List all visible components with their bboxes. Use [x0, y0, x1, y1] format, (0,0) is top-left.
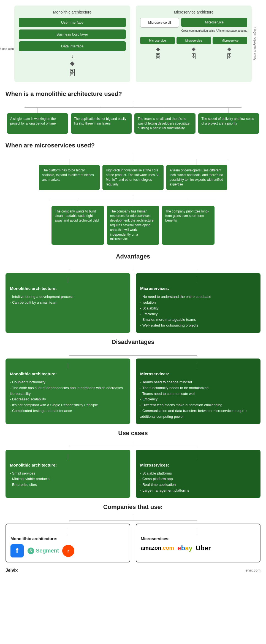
companies-micro-title: Microservices:: [141, 536, 256, 541]
adv-micro-title: Microservices:: [140, 285, 256, 292]
s2-node-5: The company has human resources for micr…: [107, 206, 159, 245]
eth2: ◆: [192, 46, 196, 52]
uc-micro-title: Microservices:: [140, 462, 256, 468]
companies-mono-box: Monolithic architecture: f S Segment r: [6, 524, 130, 562]
segment-logo: S Segment: [27, 547, 59, 555]
svg-text:S: S: [29, 549, 32, 553]
dis-mono-card: Monolithic architecture: - Coupled funct…: [6, 359, 130, 424]
db1: 🗄: [155, 53, 161, 60]
adv-mono-title: Monolithic architecture:: [10, 285, 126, 292]
dis-micro-item-3: - Teams need to communicate well: [140, 391, 256, 397]
section1-title: When is a monolithic architecture used?: [6, 90, 260, 98]
mono-layer-1: User interface: [19, 18, 126, 27]
micro-title: Microservice archicture: [140, 10, 247, 14]
right-side-label: Single deployment entity: [238, 42, 260, 45]
s2-node-4: The company wants to build clean, readab…: [51, 206, 104, 245]
micro-s2: Microservice: [177, 37, 211, 44]
s2-vl6: [188, 200, 188, 206]
s2-b1: The platform has to be highly scalable, …: [37, 159, 101, 190]
uc-micro-item-2: - Cross-platform app: [140, 476, 256, 482]
dis-mono-item-4: - It's not compliant with a Single Respo…: [10, 402, 126, 408]
adv-mono-item-2: - Can be built by a small team: [10, 300, 126, 306]
uc-mono-item-1: - Small services: [10, 471, 126, 476]
mono-title: Monolithic architecture: [19, 10, 126, 14]
eth1: ◆: [156, 46, 160, 52]
adv-r-vline: [198, 277, 198, 283]
adv-mono-item-1: - Intuitive during a development process: [10, 294, 126, 300]
co-r-vline: [198, 529, 198, 534]
micro-ui: Microservice UI: [140, 18, 179, 28]
adv-l-vline: [68, 277, 68, 283]
micro-top-row: Microservice UI Microservice Cross commu…: [140, 18, 247, 34]
s2-vl2: [133, 159, 133, 165]
mono-db-icon: 🗄: [19, 69, 126, 78]
companies-mono-title: Monolithic architecture:: [10, 536, 125, 541]
uc-mono-title: Monolithic architecture:: [10, 462, 126, 468]
dis-micro-item-1: - Teams need to change mindset: [140, 379, 256, 385]
section1: When is a monolithic architecture used? …: [6, 90, 260, 134]
s1-branch-4: The speed of delivery and low costs of a…: [197, 108, 261, 134]
dis-mono-item-1: - Coupled functionality: [10, 379, 126, 385]
use-cases-section: Use cases Monolithic architecture: - Sma…: [6, 430, 260, 498]
micro-eth-row: ◆ ◆ ◆: [140, 46, 247, 52]
dis-mono-title: Monolithic architecture:: [10, 371, 126, 377]
companies-section: Companies that use: Monolithic architect…: [6, 503, 260, 562]
adv-vline: [133, 265, 133, 270]
uc-vline: [133, 441, 133, 447]
companies-cards: Monolithic architecture: f S Segment r: [6, 524, 260, 562]
s1-node-1: A single team is working on the project …: [7, 113, 68, 134]
micro-db-row: 🗄 🗄 🗄: [140, 53, 247, 60]
micro-services-row: Microservice Microservice Microservice: [140, 37, 247, 44]
dis-micro-card: Microservices: - Teams need to change mi…: [136, 359, 260, 424]
s2-branches2: The company wants to build clean, readab…: [50, 200, 216, 245]
s1-vline-top: [133, 102, 133, 107]
architecture-diagram: Single deployment entity Monolithic arch…: [6, 6, 260, 82]
segment-icon: S: [27, 547, 35, 555]
use-cases-title: Use cases: [6, 430, 260, 437]
s1-node-4: The speed of delivery and low costs of a…: [198, 113, 259, 134]
companies-title: Companies that use:: [6, 503, 260, 511]
s2-b3: A team of developers uses different tech…: [165, 159, 229, 190]
section1-tree: A single team is working on the project …: [6, 102, 260, 134]
s2-vl1: [69, 159, 69, 165]
co-vline: [133, 515, 133, 521]
s2-vl4: [78, 200, 78, 206]
uber-logo: Uber: [196, 544, 211, 552]
db2: 🗄: [191, 53, 197, 60]
s2-b4: The company wants to build clean, readab…: [50, 200, 105, 245]
micro-s1: Microservice: [140, 37, 175, 44]
mono-layer-2: Business logic layer: [19, 29, 126, 39]
amazon-logo: amazon.com: [141, 545, 174, 551]
dis-r-vline: [198, 363, 198, 368]
s2-vl3: [197, 159, 197, 165]
eth3: ◆: [227, 46, 231, 52]
uc-micro-item-1: - Scalable platforms: [140, 471, 256, 476]
dis-micro-item-5: - Different tech stacks make automation …: [140, 402, 256, 408]
uc-micro-item-3: - Real-time application: [140, 482, 256, 488]
dis-l-vline: [68, 363, 68, 368]
s1-vl4: [229, 108, 229, 113]
s1-node-3: The team is small, and there's no way of…: [134, 113, 196, 134]
micro-logos: amazon.com ebay Uber: [141, 544, 256, 552]
mono-arrow: ↓: [19, 53, 126, 59]
s1-branch-1: A single team is working on the project …: [6, 108, 69, 134]
uc-mono-card: Monolithic architecture: - Small service…: [6, 450, 130, 498]
s2-node-3: A team of developers uses different tech…: [166, 165, 227, 190]
disadvantages-cards: Monolithic architecture: - Coupled funct…: [6, 359, 260, 424]
s2-b5: The company has human resources for micr…: [105, 200, 161, 245]
dis-micro-item-4: - Efficiency: [140, 397, 256, 402]
s1-vl1: [37, 108, 37, 113]
s1-node-2: The application is not big and easily fi…: [71, 113, 132, 134]
website: jelvix.com: [245, 568, 260, 572]
co-hline: [69, 521, 197, 521]
db3: 🗄: [226, 53, 232, 60]
adv-micro-item-1: - No need to understand the entire codeb…: [140, 294, 256, 300]
advantages-section: Advantages Monolithic architecture: - In…: [6, 253, 260, 333]
facebook-logo: f: [10, 544, 24, 557]
adv-micro-item-5: - Smaller, more manageable teams: [140, 317, 256, 323]
uc-micro-item-4: - Large management platforms: [140, 488, 256, 494]
mono-logos: f S Segment r: [10, 544, 125, 557]
use-cases-cards: Monolithic architecture: - Small service…: [6, 450, 260, 498]
micro-top-right: Microservice: [181, 18, 247, 27]
co-l-vline: [68, 529, 68, 534]
